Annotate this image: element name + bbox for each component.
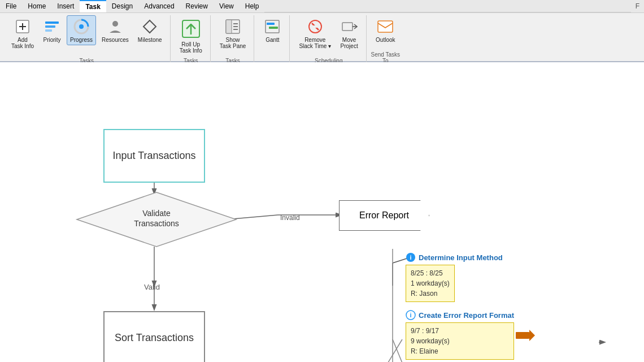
roll-up-icon [180, 18, 202, 40]
sort-transactions-node[interactable]: Sort Transactions [103, 311, 205, 362]
svg-rect-24 [378, 21, 393, 32]
svg-rect-4 [45, 25, 55, 28]
determine-input-date: 8/25 : 8/25 [411, 268, 450, 278]
tab-review[interactable]: Review [180, 0, 214, 12]
determine-input-workdays: 1 workday(s) [411, 278, 450, 288]
svg-text:i: i [410, 254, 411, 261]
valid-label: Valid [144, 283, 160, 291]
tab-advanced[interactable]: Advanced [138, 0, 180, 12]
show-task-icon [224, 18, 242, 36]
remove-slack-time-button[interactable]: RemoveSlack Time ▾ [295, 15, 334, 51]
add-task-info-button[interactable]: AddTask Info [8, 15, 37, 51]
svg-rect-21 [311, 25, 320, 28]
resources-button[interactable]: Resources [98, 15, 132, 45]
milestone-icon [141, 18, 159, 36]
svg-rect-18 [269, 27, 278, 29]
determine-input-section: i Determine Input Method 8/25 : 8/25 1 w… [406, 252, 503, 265]
invalid-label: Invalid [280, 214, 300, 222]
ribbon-group-tasks1: AddTask Info Priority Progress [3, 15, 171, 65]
create-error-date: 9/7 : 9/17 [411, 326, 509, 336]
ribbon-group-rollup: Roll UpTask Info Tasks [172, 15, 211, 65]
determine-input-title: Determine Input Method [419, 253, 503, 262]
create-error-arrow [516, 327, 535, 346]
ribbon-group-outlook: Outlook Send Tasks To [368, 15, 403, 65]
svg-line-50 [373, 339, 402, 362]
ribbon-group-gantt: Gantt [255, 15, 290, 65]
tab-help[interactable]: Help [240, 0, 265, 12]
svg-point-7 [79, 24, 84, 29]
add-task-icon [14, 18, 32, 36]
svg-point-8 [112, 21, 118, 27]
create-error-section: i Create Error Report Format 9/7 : 9/17 … [406, 310, 514, 360]
ribbon-tab-bar: File Home Insert Task Design Advanced Re… [0, 0, 644, 13]
progress-icon [72, 18, 90, 36]
determine-input-icon: i [406, 252, 416, 262]
error-report-node[interactable]: Error Report [339, 200, 429, 231]
milestone-button[interactable]: Milestone [134, 15, 166, 45]
error-report-label: Error Report [359, 210, 409, 221]
tab-file[interactable]: File [0, 0, 22, 12]
tab-home[interactable]: Home [22, 0, 51, 12]
input-transactions-label: Input Transactions [112, 150, 195, 162]
svg-rect-5 [45, 29, 52, 32]
main-canvas: Input Transactions Validate Transactions… [0, 62, 644, 362]
svg-text:Validate: Validate [142, 209, 171, 218]
svg-rect-22 [342, 23, 353, 31]
tab-task[interactable]: Task [80, 0, 106, 12]
outlook-button[interactable]: Outlook [372, 15, 398, 45]
validate-transactions-node[interactable]: Validate Transactions [75, 191, 238, 250]
gantt-button[interactable]: Gantt [260, 15, 285, 45]
resources-icon [106, 18, 124, 36]
svg-rect-48 [516, 332, 529, 339]
priority-button[interactable]: Priority [40, 15, 64, 45]
create-error-card: 9/7 : 9/17 9 workday(s) R: Elaine [406, 322, 514, 360]
svg-marker-9 [143, 20, 156, 33]
sort-transactions-label: Sort Transactions [115, 332, 194, 344]
progress-button[interactable]: Progress [67, 15, 96, 45]
gantt-icon [263, 18, 281, 36]
create-error-icon: i [406, 310, 416, 320]
input-transactions-node[interactable]: Input Transactions [103, 129, 205, 183]
move-project-button[interactable]: MoveProject [337, 15, 362, 51]
show-task-pane-button[interactable]: ShowTask Pane [216, 15, 250, 51]
ribbon-group-show-task: ShowTask Pane Tasks [212, 15, 255, 65]
tab-insert[interactable]: Insert [51, 0, 80, 12]
remove-slack-icon [306, 18, 324, 36]
svg-marker-49 [529, 330, 535, 341]
create-error-resource: R: Elaine [411, 346, 509, 356]
svg-text:Transactions: Transactions [134, 219, 179, 228]
determine-input-card: 8/25 : 8/25 1 workday(s) R: Jason [406, 265, 455, 302]
determine-input-resource: R: Jason [411, 288, 450, 299]
tab-design[interactable]: Design [106, 0, 138, 12]
svg-rect-12 [226, 20, 232, 33]
ribbon-group-scheduling: RemoveSlack Time ▾ MoveProject Schedulin… [291, 15, 367, 65]
svg-text:i: i [410, 312, 411, 318]
svg-rect-17 [267, 23, 275, 25]
create-error-workdays: 9 workday(s) [411, 336, 509, 346]
svg-rect-3 [45, 21, 59, 24]
outlook-icon [376, 18, 394, 36]
move-project-icon [340, 18, 358, 36]
create-error-title: Create Error Report Format [419, 311, 514, 320]
ribbon-content: AddTask Info Priority Progress [0, 13, 644, 67]
ribbon: File Home Insert Task Design Advanced Re… [0, 0, 644, 62]
priority-icon [43, 18, 61, 36]
tab-view[interactable]: View [214, 0, 240, 12]
roll-up-task-info-button[interactable]: Roll UpTask Info [176, 15, 206, 56]
